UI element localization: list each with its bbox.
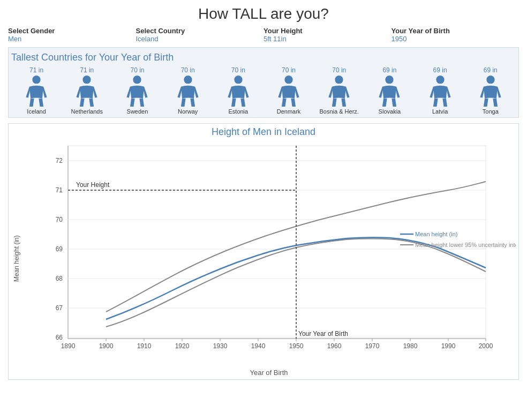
svg-point-5 <box>284 76 292 84</box>
figure-item-1: 71 inNetherlands <box>63 66 111 115</box>
svg-point-3 <box>184 76 192 84</box>
controls-bar: Select Gender Men Select Country Iceland… <box>8 27 519 43</box>
figure-item-7: 69 inSlovakia <box>365 66 413 115</box>
figure-name-9: Tonga <box>483 108 499 115</box>
svg-point-6 <box>335 76 343 84</box>
svg-text:1930: 1930 <box>213 342 228 350</box>
svg-text:66: 66 <box>56 334 63 341</box>
figure-inches-2: 70 in <box>130 66 144 74</box>
figure-item-9: 69 inTonga <box>466 66 515 115</box>
figure-inches-8: 69 in <box>433 66 447 74</box>
figure-item-0: 71 inIceland <box>12 66 61 115</box>
svg-text:71: 71 <box>56 186 63 194</box>
birth-label: Your Year of Birth <box>392 27 520 35</box>
figure-inches-6: 70 in <box>332 66 346 74</box>
figure-item-2: 70 inSweden <box>113 66 161 115</box>
figure-name-0: Iceland <box>27 108 46 115</box>
figure-name-6: Bosnia & Herz. <box>320 108 359 115</box>
figure-item-6: 70 inBosnia & Herz. <box>315 66 363 115</box>
svg-text:1910: 1910 <box>137 342 152 350</box>
svg-text:1960: 1960 <box>327 342 342 350</box>
chart-container: Mean height (in) 72 <box>11 140 516 377</box>
birth-value[interactable]: 1950 <box>392 35 520 43</box>
person-icon-2 <box>124 75 150 107</box>
figure-name-1: Netherlands <box>71 108 103 115</box>
gender-control: Select Gender Men <box>8 27 136 43</box>
figure-item-5: 70 inDenmark <box>265 66 313 115</box>
svg-text:1900: 1900 <box>99 342 114 350</box>
figure-inches-5: 70 in <box>282 66 296 74</box>
svg-text:69: 69 <box>56 245 63 253</box>
svg-text:1920: 1920 <box>175 342 190 350</box>
height-value[interactable]: 5ft 11in <box>264 35 392 43</box>
person-icon-7 <box>376 75 403 107</box>
figure-name-7: Slovakia <box>379 108 401 115</box>
chart-section: Height of Men in Iceland Mean height (in… <box>8 123 519 380</box>
svg-point-2 <box>133 76 141 84</box>
chart-title: Height of Men in Iceland <box>11 126 516 138</box>
svg-text:1970: 1970 <box>365 342 380 350</box>
person-icon-8 <box>427 75 454 107</box>
figure-name-5: Denmark <box>277 108 301 115</box>
figure-item-4: 70 inEstonia <box>214 66 262 115</box>
figure-inches-0: 71 in <box>29 66 43 74</box>
svg-text:1950: 1950 <box>289 342 304 350</box>
main-chart-svg: 72 71 70 69 68 67 <box>22 140 516 365</box>
svg-point-7 <box>386 76 394 84</box>
tallest-title: Tallest Countries for Your Year of Birth <box>11 52 516 63</box>
figures-row: 71 inIceland71 inNetherlands70 inSweden7… <box>11 66 516 115</box>
figure-inches-9: 69 in <box>484 66 498 74</box>
svg-point-8 <box>436 76 444 84</box>
person-icon-9 <box>477 75 504 107</box>
svg-point-0 <box>32 76 40 84</box>
figure-inches-7: 69 in <box>382 66 396 74</box>
figure-item-8: 69 inLatvia <box>416 66 464 115</box>
svg-point-9 <box>486 76 494 84</box>
svg-text:70: 70 <box>56 216 63 223</box>
svg-text:2000: 2000 <box>479 342 493 350</box>
person-icon-1 <box>73 75 100 107</box>
svg-point-4 <box>234 76 242 84</box>
figure-name-4: Estonia <box>228 108 248 115</box>
height-label: Your Height <box>264 27 392 35</box>
country-control: Select Country Iceland <box>136 27 264 43</box>
svg-text:Your Height: Your Height <box>76 181 110 189</box>
person-icon-6 <box>326 75 352 107</box>
svg-text:1940: 1940 <box>251 342 266 350</box>
chart-area: 72 71 70 69 68 67 <box>22 140 516 377</box>
svg-point-1 <box>83 76 91 84</box>
person-icon-3 <box>175 75 201 107</box>
figure-inches-3: 70 in <box>181 66 195 74</box>
figure-item-3: 70 inNorway <box>164 66 212 115</box>
country-value[interactable]: Iceland <box>136 35 264 43</box>
svg-text:67: 67 <box>56 304 63 312</box>
main-title: How TALL are you? <box>8 5 519 22</box>
country-label: Select Country <box>136 27 264 35</box>
svg-text:Mean height (in): Mean height (in) <box>415 231 458 237</box>
figure-inches-4: 70 in <box>231 66 245 74</box>
person-icon-4 <box>225 75 252 107</box>
birth-control: Your Year of Birth 1950 <box>392 27 520 43</box>
figure-inches-1: 71 in <box>80 66 94 74</box>
x-axis-label: Year of Birth <box>22 369 516 377</box>
svg-text:72: 72 <box>56 157 63 164</box>
height-control: Your Height 5ft 11in <box>264 27 392 43</box>
svg-text:Your Year of Birth: Your Year of Birth <box>298 330 348 338</box>
gender-value[interactable]: Men <box>8 35 136 43</box>
tallest-section: Tallest Countries for Your Year of Birth… <box>8 47 519 118</box>
svg-text:1990: 1990 <box>441 342 456 350</box>
person-icon-5 <box>275 75 302 107</box>
gender-label: Select Gender <box>8 27 136 35</box>
svg-text:Mean height lower 95% uncertai: Mean height lower 95% uncertainty interv… <box>415 242 516 248</box>
figure-name-3: Norway <box>178 108 198 115</box>
person-icon-0 <box>23 75 50 107</box>
svg-text:68: 68 <box>56 275 63 282</box>
svg-text:1890: 1890 <box>61 342 76 350</box>
svg-text:1980: 1980 <box>403 342 418 350</box>
y-axis-label: Mean height (in) <box>11 140 22 377</box>
figure-name-2: Sweden <box>127 108 148 115</box>
figure-name-8: Latvia <box>432 108 448 115</box>
